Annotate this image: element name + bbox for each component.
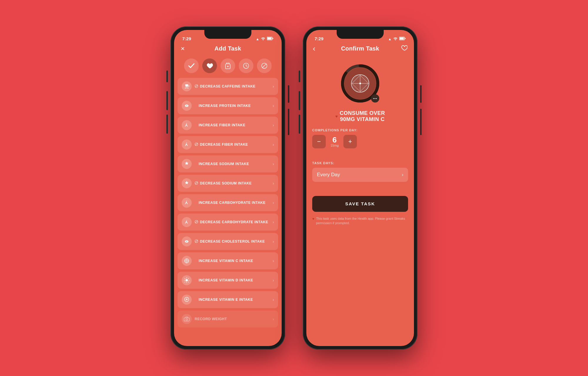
task-label: INCREASE VITAMIN E INTAKE xyxy=(199,298,253,302)
svg-line-26 xyxy=(195,240,198,242)
task-content: ♥ INCREASE VITAMIN C INTAKE xyxy=(195,259,273,263)
svg-point-24 xyxy=(186,241,188,242)
task-icon-sodium xyxy=(182,159,192,169)
category-clock[interactable] xyxy=(239,58,253,73)
phone-left-btn-2 xyxy=(299,91,300,110)
task-item-decrease-cholesterol[interactable]: DECREASE CHOLESTEROL INTAKE › xyxy=(178,233,278,250)
task-item-decrease-sodium[interactable]: DECREASE SODIUM INTAKE › xyxy=(178,175,278,192)
svg-line-10 xyxy=(195,85,198,87)
task-name-text: CONSUME OVER 90MG VITAMIN C xyxy=(340,110,385,122)
task-item-decrease-fiber[interactable]: DECREASE FIBER INTAKE › xyxy=(178,136,278,153)
task-content: ♥ INCREASE VITAMIN E INTAKE xyxy=(195,298,273,302)
phone-left-btn-1 xyxy=(166,70,168,82)
notch xyxy=(204,30,251,39)
svg-line-8 xyxy=(262,64,266,68)
days-chevron-icon: › xyxy=(402,172,403,177)
category-check[interactable] xyxy=(184,58,199,73)
completions-row: − 6 15mg + xyxy=(312,135,408,148)
signal-icon: ▲ xyxy=(388,37,392,41)
close-button[interactable]: ✕ xyxy=(181,46,185,52)
status-icons: ▲ xyxy=(256,37,273,41)
battery-icon xyxy=(267,37,273,41)
nav-header: ‹ Confirm Task xyxy=(306,43,414,56)
decrease-completions-button[interactable]: − xyxy=(312,135,326,148)
task-item-decrease-caffeine[interactable]: DECREASE CAFFEINE INTAKE › xyxy=(178,78,278,95)
task-chevron: › xyxy=(273,123,274,127)
task-icon-vitamin-d xyxy=(182,275,192,285)
task-badge-heart: ♥ xyxy=(195,123,197,127)
task-content: DECREASE CAFFEINE INTAKE xyxy=(195,84,273,88)
svg-rect-35 xyxy=(405,38,406,39)
task-badge-heart: ♥ xyxy=(195,259,197,263)
task-item-increase-carb[interactable]: ♥ INCREASE CARBOHYDRATE INTAKE › xyxy=(178,194,278,211)
task-item-increase-sodium[interactable]: ♥ INCREASE SODIUM INTAKE › xyxy=(178,155,278,172)
task-label: DECREASE CHOLESTEROL INTAKE xyxy=(200,239,265,244)
increase-completions-button[interactable]: + xyxy=(343,135,357,148)
task-chevron: › xyxy=(273,317,274,321)
task-circle-container: ••• ♥ CONSUME OVER 90MG VITAMIN C xyxy=(312,56,408,128)
back-button[interactable]: ‹ xyxy=(313,44,315,53)
confirm-content: ••• ♥ CONSUME OVER 90MG VITAMIN C COMPLE… xyxy=(306,56,414,346)
task-badge-cancel xyxy=(195,239,198,244)
status-icons: ▲ xyxy=(388,37,406,41)
task-days-value: Every Day xyxy=(317,172,340,178)
task-label: DECREASE CAFFEINE INTAKE xyxy=(200,84,255,88)
task-icon-vitamin-e xyxy=(182,295,192,305)
health-note: ♥ This task uses data from the Health ap… xyxy=(312,216,408,226)
phone-left-btn-3 xyxy=(166,115,168,134)
svg-rect-1 xyxy=(268,38,272,40)
category-heart[interactable] xyxy=(202,58,217,73)
phone-left-btn-2 xyxy=(166,91,168,110)
nav-header: ✕ Add Task xyxy=(174,43,282,56)
completions-label: COMPLETIONS PER DAY: xyxy=(312,128,408,132)
task-chevron: › xyxy=(273,297,274,302)
task-item-increase-vitamin-d[interactable]: ♥ INCREASE VITAMIN D INTAKE › xyxy=(178,272,278,289)
task-icon-fiber-dec xyxy=(182,140,192,150)
task-label: DECREASE CARBOHYDRATE INTAKE xyxy=(200,220,268,224)
category-bottle[interactable] xyxy=(220,58,235,73)
task-content: DECREASE FIBER INTAKE xyxy=(195,142,273,147)
task-icon-caffeine xyxy=(182,81,192,91)
category-cancel[interactable] xyxy=(257,58,272,73)
task-label: INCREASE FIBER INTAKE xyxy=(199,123,245,127)
task-chevron: › xyxy=(273,278,274,283)
task-label: INCREASE VITAMIN D INTAKE xyxy=(199,278,253,282)
task-item-decrease-carb[interactable]: DECREASE CARBOHYDRATE INTAKE › xyxy=(178,214,278,231)
task-icon-carb-dec xyxy=(182,217,192,227)
save-task-button[interactable]: SAVE TASK xyxy=(312,196,408,212)
phone-confirm-task: 7:29 ▲ ‹ Confirm T xyxy=(303,26,417,350)
phone-left-btn-1 xyxy=(299,70,300,82)
stepper-value: 6 15mg xyxy=(326,136,343,147)
phone-side-btn-1 xyxy=(288,85,289,103)
task-content: DECREASE CHOLESTEROL INTAKE xyxy=(195,239,273,244)
task-item-increase-fiber[interactable]: ♥ INCREASE FIBER INTAKE › xyxy=(178,117,278,134)
task-label: INCREASE CARBOHYDRATE INTAKE xyxy=(199,201,266,205)
svg-rect-2 xyxy=(273,38,273,39)
task-icon-sodium-dec xyxy=(182,178,192,188)
page-title: Add Task xyxy=(215,45,241,52)
task-chevron: › xyxy=(273,181,274,186)
task-label: INCREASE PROTEIN INTAKE xyxy=(199,104,251,108)
task-item-record-weight[interactable]: RECORD WEIGHT › xyxy=(178,310,278,328)
task-item-increase-protein[interactable]: ♥ INCREASE PROTEIN INTAKE › xyxy=(178,97,278,114)
task-days-selector[interactable]: Every Day › xyxy=(312,168,408,182)
favorite-button[interactable] xyxy=(401,45,407,52)
task-days-section: TASK DAYS: Every Day › xyxy=(312,161,408,190)
task-icon-weight xyxy=(182,314,192,324)
task-content: ♥ INCREASE VITAMIN D INTAKE xyxy=(195,278,273,283)
task-content: DECREASE SODIUM INTAKE xyxy=(195,181,273,185)
task-icon-protein xyxy=(182,101,192,111)
task-badge-cancel xyxy=(195,181,198,185)
task-item-increase-vitamin-e[interactable]: ♥ INCREASE VITAMIN E INTAKE › xyxy=(178,291,278,308)
category-row xyxy=(174,56,282,78)
completions-number: 6 xyxy=(326,136,343,144)
task-chevron: › xyxy=(273,239,274,244)
task-badge-cancel xyxy=(195,220,198,224)
more-options-button[interactable]: ••• xyxy=(371,94,379,103)
task-badge-heart: ♥ xyxy=(195,104,197,108)
wifi-icon xyxy=(261,37,265,41)
task-chevron: › xyxy=(273,103,274,108)
task-item-increase-vitamin-c[interactable]: ♥ INCREASE VITAMIN C INTAKE › xyxy=(178,252,278,269)
task-content: DECREASE CARBOHYDRATE INTAKE xyxy=(195,220,273,224)
task-content: ♥ INCREASE SODIUM INTAKE xyxy=(195,162,273,166)
